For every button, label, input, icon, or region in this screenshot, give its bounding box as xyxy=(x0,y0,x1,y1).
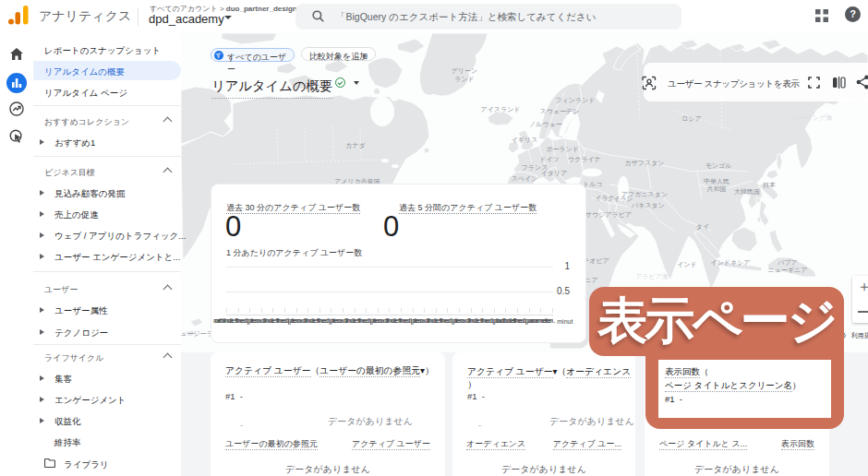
svg-text:カザフスタン: カザフスタン xyxy=(625,160,665,167)
svg-text:スウェーデン: スウェーデン xyxy=(540,108,580,114)
svg-text:ベーリング海: ベーリング海 xyxy=(793,114,833,122)
svg-text:イラン: イラン xyxy=(613,196,633,202)
svg-text:アイスランド: アイスランド xyxy=(481,106,521,113)
svg-text:ポーランド: ポーランド xyxy=(546,146,579,152)
svg-text:フィンランド: フィンランド xyxy=(556,97,596,104)
svg-text:イラク: イラク xyxy=(595,195,615,201)
svg-text:大韓民国: 大韓民国 xyxy=(734,188,760,196)
svg-text:インドネシア: インドネシア xyxy=(711,259,751,266)
svg-text:中華人民: 中華人民 xyxy=(704,178,729,185)
svg-text:日本: 日本 xyxy=(763,182,776,189)
svg-text:ニューギニア: ニューギニア xyxy=(768,267,808,273)
svg-text:スペイン: スペイン xyxy=(512,175,538,182)
svg-text:トルコ: トルコ xyxy=(583,181,603,187)
svg-text:サウジアラビア: サウジアラビア xyxy=(585,211,632,218)
svg-text:ロシア: ロシア xyxy=(681,115,702,122)
svg-text:ランド: ランド xyxy=(454,76,475,82)
svg-text:イギリス: イギリス xyxy=(512,137,538,143)
svg-text:ウクライナ: ウクライナ xyxy=(568,156,601,162)
svg-text:アラビア海: アラビア海 xyxy=(635,273,669,280)
svg-text:ノルウェー: ノルウェー xyxy=(529,121,562,127)
svg-text:ドイツ: ドイツ xyxy=(539,156,560,162)
svg-text:共和国: 共和国 xyxy=(707,185,727,193)
svg-text:インド: インド xyxy=(677,261,697,268)
svg-text:パプア: パプア xyxy=(777,259,798,266)
svg-text:モンゴル: モンゴル xyxy=(705,162,732,169)
svg-text:グリーン: グリーン xyxy=(452,67,478,74)
svg-text:タイ: タイ xyxy=(696,223,709,231)
svg-text:カナダ: カナダ xyxy=(345,142,366,149)
svg-text:イタリア: イタリア xyxy=(541,170,568,177)
svg-text:パキスタン: パキスタン xyxy=(631,202,665,209)
